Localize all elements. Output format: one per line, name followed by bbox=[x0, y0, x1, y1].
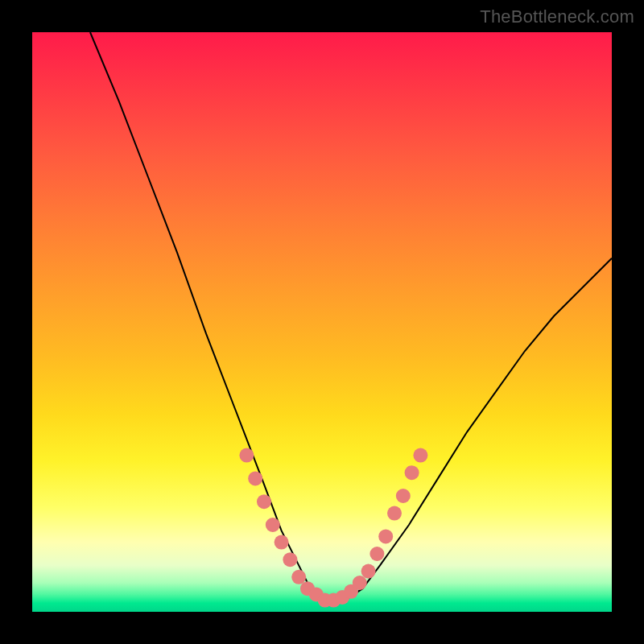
marker-dot bbox=[257, 494, 271, 509]
marker-dot bbox=[291, 570, 306, 584]
marker-dot bbox=[405, 465, 419, 480]
chart-svg bbox=[32, 32, 612, 612]
plot-area bbox=[32, 32, 612, 612]
watermark-text: TheBottleneck.com bbox=[480, 6, 634, 27]
curve-path bbox=[90, 32, 612, 603]
marker-dot bbox=[239, 448, 254, 463]
marker-dot bbox=[361, 564, 376, 579]
marker-dot bbox=[266, 518, 280, 532]
marker-dot bbox=[353, 576, 367, 590]
marker-dot bbox=[396, 489, 411, 503]
marker-dot bbox=[387, 506, 402, 521]
marker-dot bbox=[275, 535, 289, 550]
marker-dot bbox=[378, 529, 393, 543]
marker-dot bbox=[248, 471, 262, 485]
chart-container: TheBottleneck.com bbox=[0, 0, 644, 644]
marker-dot bbox=[283, 552, 297, 567]
marker-dot bbox=[413, 448, 427, 463]
marker-dot bbox=[369, 547, 384, 561]
curve-line bbox=[90, 32, 612, 603]
marker-dots bbox=[239, 448, 427, 608]
